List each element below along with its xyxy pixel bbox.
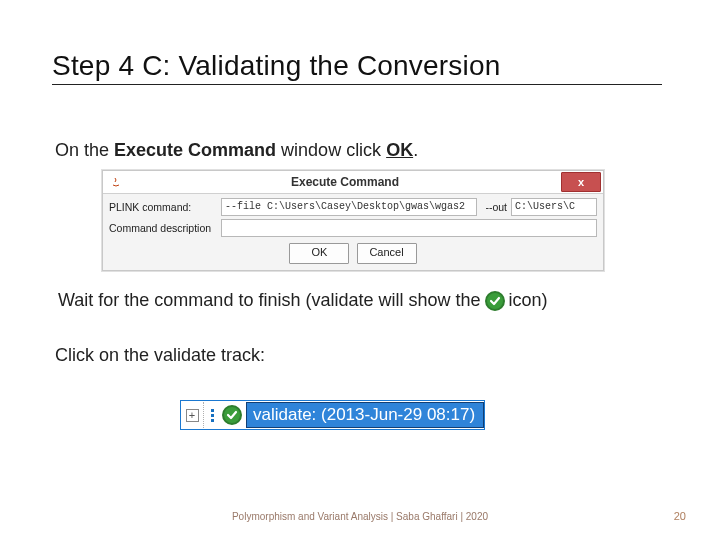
close-button[interactable]: x [561, 172, 601, 192]
instruction-line-2: Wait for the command to finish (validate… [58, 290, 548, 311]
page-number: 20 [674, 510, 686, 522]
plus-icon: + [186, 409, 199, 422]
ok-underline: OK [386, 140, 413, 160]
plink-label: PLINK command: [109, 201, 217, 213]
out-flag-label: --out [485, 201, 507, 213]
plink-command-input[interactable]: --file C:\Users\Casey\Desktop\gwas\wgas2 [221, 198, 477, 216]
description-row: Command description [109, 219, 597, 237]
execute-command-dialog: Execute Command x PLINK command: --file … [102, 170, 604, 271]
validate-track[interactable]: + validate: (2013-Jun-29 08:17) [180, 400, 485, 430]
text: Wait for the command to finish (validate… [58, 290, 481, 311]
text: On the [55, 140, 114, 160]
dialog-name-bold: Execute Command [114, 140, 276, 160]
text: window click [276, 140, 386, 160]
out-path-input[interactable]: C:\Users\C [511, 198, 597, 216]
expand-toggle[interactable]: + [181, 402, 204, 428]
track-handle-icon [204, 409, 220, 422]
slide-title: Step 4 C: Validating the Conversion [52, 50, 662, 85]
ok-button[interactable]: OK [289, 243, 349, 264]
description-label: Command description [109, 222, 217, 234]
description-input[interactable] [221, 219, 597, 237]
instruction-line-3: Click on the validate track: [55, 345, 265, 366]
dialog-title-text: Execute Command [129, 175, 561, 189]
text: . [413, 140, 418, 160]
validate-track-label: validate: (2013-Jun-29 08:17) [246, 402, 484, 428]
java-icon [109, 175, 123, 189]
dialog-titlebar: Execute Command x [103, 171, 603, 194]
dialog-body: PLINK command: --file C:\Users\Casey\Des… [103, 194, 603, 270]
text: icon) [509, 290, 548, 311]
cancel-button[interactable]: Cancel [357, 243, 417, 264]
dialog-button-row: OK Cancel [109, 240, 597, 264]
slide-footer: Polymorphism and Variant Analysis | Saba… [0, 511, 720, 522]
validate-check-icon [222, 405, 242, 425]
instruction-line-1: On the Execute Command window click OK. [55, 140, 418, 161]
plink-command-row: PLINK command: --file C:\Users\Casey\Des… [109, 198, 597, 216]
validate-check-icon [485, 291, 505, 311]
